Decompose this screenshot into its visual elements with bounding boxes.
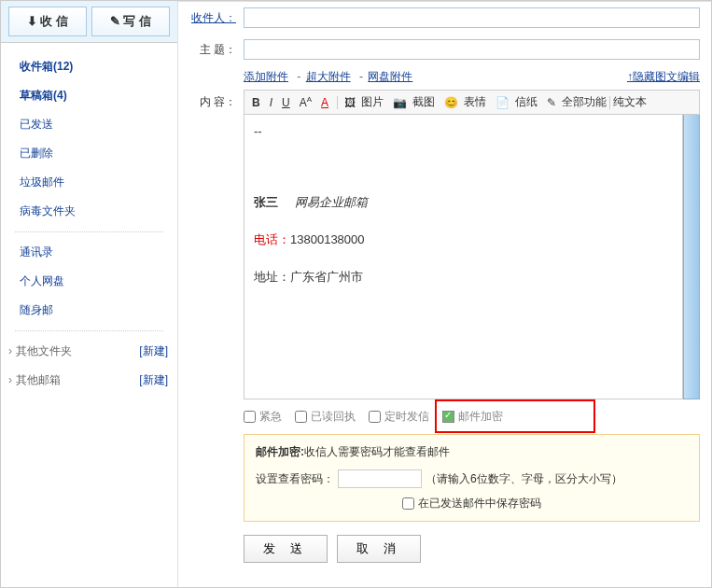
underline-icon[interactable]: U (278, 94, 294, 111)
fontcolor-icon[interactable]: A (317, 94, 332, 111)
subject-label: 主 题： (189, 42, 236, 58)
receive-button[interactable]: ⬇收 信 (8, 7, 87, 36)
sidebar-item-mobile[interactable]: 随身邮 (1, 296, 177, 325)
large-attachment-link[interactable]: 超大附件 (306, 70, 351, 83)
urgent-checkbox[interactable] (244, 411, 256, 423)
sidebar-item-deleted[interactable]: 已删除 (1, 139, 177, 168)
content-label: 内 容： (189, 94, 236, 110)
signature-tel: 电话：13800138000 (254, 231, 673, 248)
wand-icon[interactable]: ✎ (543, 94, 560, 111)
cancel-button[interactable]: 取 消 (337, 535, 421, 563)
chevron-right-icon: › (8, 344, 12, 357)
plaintext-btn[interactable]: 纯文本 (613, 94, 647, 110)
full-btn[interactable]: 全部功能 (562, 94, 607, 110)
sidebar-item-spam[interactable]: 垃圾邮件 (1, 168, 177, 197)
screenshot-btn[interactable]: 截图 (412, 94, 435, 110)
sidebar-item-inbox[interactable]: 收件箱(12) (1, 52, 177, 81)
new-folder-link[interactable]: [新建] (139, 343, 168, 359)
image-btn[interactable]: 图片 (361, 94, 384, 110)
timed-checkbox[interactable] (369, 411, 381, 423)
save-password-checkbox[interactable] (402, 497, 414, 510)
password-input[interactable] (338, 469, 422, 488)
pw-label: 设置查看密码： (256, 471, 334, 487)
compose-button[interactable]: ✎写 信 (91, 7, 170, 36)
timed-option[interactable]: 定时发信 (369, 409, 429, 425)
to-label[interactable]: 收件人： (189, 10, 236, 26)
encrypt-checkbox[interactable] (442, 411, 454, 423)
receipt-checkbox[interactable] (295, 411, 307, 423)
emoji-btn[interactable]: 表情 (464, 94, 486, 110)
editor-toolbar: B I U AA A 🖼图片 📷截图 😊表情 📄信纸 ✎全部功能 纯文本 (244, 90, 700, 115)
emoji-icon[interactable]: 😊 (440, 94, 462, 111)
hide-richedit-link[interactable]: ↑隐藏图文编辑 (627, 69, 700, 85)
sidebar-expand-folders[interactable]: ›其他文件夹 [新建] (1, 337, 177, 366)
add-attachment-link[interactable]: 添加附件 (244, 70, 288, 83)
signature-addr: 地址：广东省广州市 (254, 269, 673, 286)
editor-body[interactable]: -- 张三网易企业邮箱 电话：13800138000 地址：广东省广州市 (244, 115, 683, 399)
signature-name: 张三网易企业邮箱 (254, 194, 673, 211)
edit-icon: ✎ (110, 14, 120, 28)
screenshot-icon[interactable]: 📷 (389, 94, 411, 111)
to-input[interactable] (244, 7, 700, 28)
sidebar-item-drafts[interactable]: 草稿箱(4) (1, 81, 177, 110)
sidebar-item-contacts[interactable]: 通讯录 (1, 238, 177, 267)
sidebar-item-sent[interactable]: 已发送 (1, 110, 177, 139)
chevron-right-icon: › (8, 373, 12, 386)
editor-scrollbar[interactable] (683, 115, 700, 399)
compose-panel: 收件人： 主 题： 添加附件 - 超大附件 - 网盘附件 ↑隐藏图文编辑 内 容… (178, 1, 711, 587)
bold-icon[interactable]: B (248, 94, 264, 111)
new-mailbox-link[interactable]: [新建] (139, 372, 168, 388)
pw-hint: （请输入6位数字、字母，区分大小写） (426, 471, 622, 487)
download-icon: ⬇ (27, 14, 37, 28)
subject-input[interactable] (244, 39, 700, 60)
sidebar-item-netdisk[interactable]: 个人网盘 (1, 267, 177, 296)
sidebar: ⬇收 信 ✎写 信 收件箱(12) 草稿箱(4) 已发送 已删除 垃圾邮件 病毒… (1, 1, 178, 587)
urgent-option[interactable]: 紧急 (244, 409, 282, 425)
signature-divider: -- (254, 124, 673, 138)
paper-btn[interactable]: 信纸 (515, 94, 537, 110)
netdisk-attachment-link[interactable]: 网盘附件 (368, 70, 412, 83)
sidebar-expand-mailboxes[interactable]: ›其他邮箱 [新建] (1, 366, 177, 395)
sidebar-item-virus[interactable]: 病毒文件夹 (1, 197, 177, 226)
save-password-label: 在已发送邮件中保存密码 (418, 496, 541, 511)
image-icon[interactable]: 🖼 (341, 94, 359, 111)
encrypt-panel: 邮件加密:收信人需要密码才能查看邮件 设置查看密码： （请输入6位数字、字母，区… (244, 434, 700, 522)
fontsize-icon[interactable]: AA (296, 93, 315, 111)
send-button[interactable]: 发 送 (244, 535, 328, 563)
encrypt-option[interactable]: 邮件加密 (442, 409, 503, 425)
italic-icon[interactable]: I (266, 94, 276, 111)
receipt-option[interactable]: 已读回执 (295, 409, 356, 425)
paper-icon[interactable]: 📄 (492, 94, 513, 111)
